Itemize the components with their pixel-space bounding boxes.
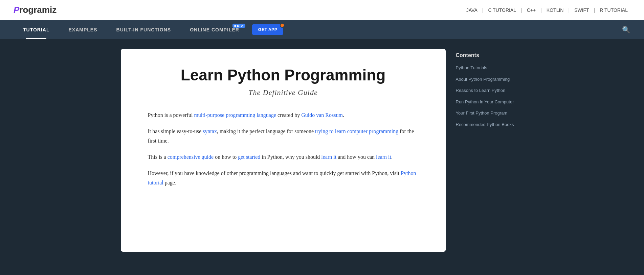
top-nav-cpp[interactable]: C++ bbox=[524, 7, 538, 13]
contents-item-books[interactable]: Recommended Python Books bbox=[456, 121, 524, 128]
contents-sidebar: Contents Python Tutorials About Python P… bbox=[456, 49, 524, 252]
top-bar: Programiz JAVA | C TUTORIAL | C++ | KOTL… bbox=[0, 0, 644, 20]
content-card: Learn Python Programming The Definitive … bbox=[121, 49, 446, 252]
notification-dot bbox=[280, 23, 285, 28]
contents-item-reasons[interactable]: Reasons to Learn Python bbox=[456, 87, 524, 94]
logo-icon: P bbox=[14, 5, 19, 15]
nav-compiler[interactable]: ONLINE COMPILER beta bbox=[180, 20, 249, 39]
search-icon[interactable]: 🔍 bbox=[622, 26, 630, 34]
paragraph-1: Python is a powerful multi-purpose progr… bbox=[148, 110, 419, 120]
page-title: Learn Python Programming bbox=[148, 66, 419, 84]
logo-area[interactable]: Programiz bbox=[14, 5, 57, 15]
get-app-button[interactable]: GET APP bbox=[252, 24, 284, 35]
top-nav-r-tutorial[interactable]: R TUTORIAL bbox=[597, 7, 630, 13]
contents-item-about[interactable]: About Python Programming bbox=[456, 76, 524, 83]
paragraph-4: However, if you have knowledge of other … bbox=[148, 169, 419, 188]
nav-built-in[interactable]: BUILT-IN FUNCTIONS bbox=[107, 20, 181, 39]
paragraph-2: It has simple easy-to-use syntax, making… bbox=[148, 127, 419, 146]
page-subtitle: The Definitive Guide bbox=[148, 88, 419, 97]
top-nav-swift[interactable]: SWIFT bbox=[572, 7, 592, 13]
logo[interactable]: Programiz bbox=[14, 5, 57, 15]
layout-row: Learn Python Programming The Definitive … bbox=[0, 39, 644, 252]
beta-badge: beta bbox=[232, 24, 245, 28]
nav-tutorial[interactable]: TUTORIAL bbox=[14, 20, 59, 39]
top-nav-java[interactable]: JAVA bbox=[464, 7, 480, 13]
contents-item-tutorials[interactable]: Python Tutorials bbox=[456, 65, 524, 71]
paragraph-3: This is a comprehensive guide on how to … bbox=[148, 152, 419, 162]
contents-item-run-python[interactable]: Run Python in Your Computer bbox=[456, 99, 524, 105]
contents-item-first-program[interactable]: Your First Python Program bbox=[456, 110, 524, 117]
top-nav-kotlin[interactable]: KOTLIN bbox=[544, 7, 567, 13]
nav-bar: TUTORIAL EXAMPLES BUILT-IN FUNCTIONS ONL… bbox=[0, 20, 644, 39]
nav-examples[interactable]: EXAMPLES bbox=[59, 20, 107, 39]
top-nav-c-tutorial[interactable]: C TUTORIAL bbox=[485, 7, 519, 13]
contents-title: Contents bbox=[456, 52, 524, 58]
top-nav: JAVA | C TUTORIAL | C++ | KOTLIN | SWIFT… bbox=[464, 7, 630, 13]
